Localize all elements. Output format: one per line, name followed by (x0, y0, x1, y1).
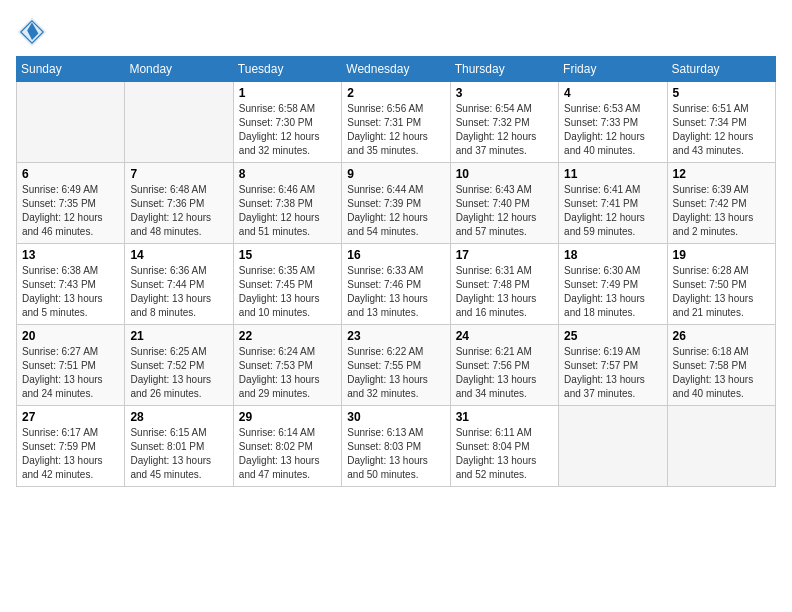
day-detail: Sunrise: 6:54 AM Sunset: 7:32 PM Dayligh… (456, 102, 553, 158)
day-detail: Sunrise: 6:49 AM Sunset: 7:35 PM Dayligh… (22, 183, 119, 239)
day-header-sunday: Sunday (17, 57, 125, 82)
calendar-cell: 23Sunrise: 6:22 AM Sunset: 7:55 PM Dayli… (342, 325, 450, 406)
calendar-cell: 16Sunrise: 6:33 AM Sunset: 7:46 PM Dayli… (342, 244, 450, 325)
calendar-cell: 7Sunrise: 6:48 AM Sunset: 7:36 PM Daylig… (125, 163, 233, 244)
day-number: 30 (347, 410, 444, 424)
day-number: 2 (347, 86, 444, 100)
day-number: 18 (564, 248, 661, 262)
day-number: 31 (456, 410, 553, 424)
calendar-cell: 10Sunrise: 6:43 AM Sunset: 7:40 PM Dayli… (450, 163, 558, 244)
calendar-cell: 26Sunrise: 6:18 AM Sunset: 7:58 PM Dayli… (667, 325, 775, 406)
day-number: 20 (22, 329, 119, 343)
calendar-cell: 21Sunrise: 6:25 AM Sunset: 7:52 PM Dayli… (125, 325, 233, 406)
day-number: 5 (673, 86, 770, 100)
day-number: 26 (673, 329, 770, 343)
day-detail: Sunrise: 6:43 AM Sunset: 7:40 PM Dayligh… (456, 183, 553, 239)
day-number: 8 (239, 167, 336, 181)
calendar-week-row: 20Sunrise: 6:27 AM Sunset: 7:51 PM Dayli… (17, 325, 776, 406)
day-detail: Sunrise: 6:18 AM Sunset: 7:58 PM Dayligh… (673, 345, 770, 401)
day-detail: Sunrise: 6:15 AM Sunset: 8:01 PM Dayligh… (130, 426, 227, 482)
day-detail: Sunrise: 6:25 AM Sunset: 7:52 PM Dayligh… (130, 345, 227, 401)
day-header-thursday: Thursday (450, 57, 558, 82)
calendar-cell: 14Sunrise: 6:36 AM Sunset: 7:44 PM Dayli… (125, 244, 233, 325)
day-detail: Sunrise: 6:13 AM Sunset: 8:03 PM Dayligh… (347, 426, 444, 482)
day-number: 10 (456, 167, 553, 181)
calendar-header-row: SundayMondayTuesdayWednesdayThursdayFrid… (17, 57, 776, 82)
calendar-cell: 18Sunrise: 6:30 AM Sunset: 7:49 PM Dayli… (559, 244, 667, 325)
day-header-wednesday: Wednesday (342, 57, 450, 82)
calendar-cell: 31Sunrise: 6:11 AM Sunset: 8:04 PM Dayli… (450, 406, 558, 487)
day-number: 12 (673, 167, 770, 181)
day-header-monday: Monday (125, 57, 233, 82)
day-detail: Sunrise: 6:22 AM Sunset: 7:55 PM Dayligh… (347, 345, 444, 401)
day-detail: Sunrise: 6:41 AM Sunset: 7:41 PM Dayligh… (564, 183, 661, 239)
day-number: 4 (564, 86, 661, 100)
day-detail: Sunrise: 6:11 AM Sunset: 8:04 PM Dayligh… (456, 426, 553, 482)
calendar-cell: 5Sunrise: 6:51 AM Sunset: 7:34 PM Daylig… (667, 82, 775, 163)
day-detail: Sunrise: 6:28 AM Sunset: 7:50 PM Dayligh… (673, 264, 770, 320)
calendar-cell: 22Sunrise: 6:24 AM Sunset: 7:53 PM Dayli… (233, 325, 341, 406)
day-number: 9 (347, 167, 444, 181)
day-detail: Sunrise: 6:46 AM Sunset: 7:38 PM Dayligh… (239, 183, 336, 239)
day-detail: Sunrise: 6:48 AM Sunset: 7:36 PM Dayligh… (130, 183, 227, 239)
day-header-saturday: Saturday (667, 57, 775, 82)
page-header (16, 16, 776, 48)
day-number: 29 (239, 410, 336, 424)
day-number: 21 (130, 329, 227, 343)
day-number: 23 (347, 329, 444, 343)
calendar-table: SundayMondayTuesdayWednesdayThursdayFrid… (16, 56, 776, 487)
calendar-cell: 12Sunrise: 6:39 AM Sunset: 7:42 PM Dayli… (667, 163, 775, 244)
day-header-tuesday: Tuesday (233, 57, 341, 82)
day-number: 24 (456, 329, 553, 343)
day-number: 22 (239, 329, 336, 343)
calendar-week-row: 27Sunrise: 6:17 AM Sunset: 7:59 PM Dayli… (17, 406, 776, 487)
calendar-cell: 29Sunrise: 6:14 AM Sunset: 8:02 PM Dayli… (233, 406, 341, 487)
calendar-cell: 27Sunrise: 6:17 AM Sunset: 7:59 PM Dayli… (17, 406, 125, 487)
calendar-cell: 24Sunrise: 6:21 AM Sunset: 7:56 PM Dayli… (450, 325, 558, 406)
day-number: 11 (564, 167, 661, 181)
calendar-cell: 15Sunrise: 6:35 AM Sunset: 7:45 PM Dayli… (233, 244, 341, 325)
day-number: 25 (564, 329, 661, 343)
day-detail: Sunrise: 6:17 AM Sunset: 7:59 PM Dayligh… (22, 426, 119, 482)
calendar-cell: 25Sunrise: 6:19 AM Sunset: 7:57 PM Dayli… (559, 325, 667, 406)
calendar-cell: 11Sunrise: 6:41 AM Sunset: 7:41 PM Dayli… (559, 163, 667, 244)
day-detail: Sunrise: 6:31 AM Sunset: 7:48 PM Dayligh… (456, 264, 553, 320)
day-detail: Sunrise: 6:58 AM Sunset: 7:30 PM Dayligh… (239, 102, 336, 158)
day-number: 1 (239, 86, 336, 100)
day-detail: Sunrise: 6:27 AM Sunset: 7:51 PM Dayligh… (22, 345, 119, 401)
day-number: 19 (673, 248, 770, 262)
day-detail: Sunrise: 6:24 AM Sunset: 7:53 PM Dayligh… (239, 345, 336, 401)
day-number: 7 (130, 167, 227, 181)
calendar-cell: 3Sunrise: 6:54 AM Sunset: 7:32 PM Daylig… (450, 82, 558, 163)
calendar-cell: 19Sunrise: 6:28 AM Sunset: 7:50 PM Dayli… (667, 244, 775, 325)
calendar-cell: 17Sunrise: 6:31 AM Sunset: 7:48 PM Dayli… (450, 244, 558, 325)
calendar-cell (125, 82, 233, 163)
day-number: 16 (347, 248, 444, 262)
calendar-cell (559, 406, 667, 487)
day-number: 27 (22, 410, 119, 424)
day-detail: Sunrise: 6:14 AM Sunset: 8:02 PM Dayligh… (239, 426, 336, 482)
calendar-week-row: 6Sunrise: 6:49 AM Sunset: 7:35 PM Daylig… (17, 163, 776, 244)
day-number: 15 (239, 248, 336, 262)
day-detail: Sunrise: 6:53 AM Sunset: 7:33 PM Dayligh… (564, 102, 661, 158)
calendar-cell: 20Sunrise: 6:27 AM Sunset: 7:51 PM Dayli… (17, 325, 125, 406)
day-detail: Sunrise: 6:56 AM Sunset: 7:31 PM Dayligh… (347, 102, 444, 158)
calendar-cell: 28Sunrise: 6:15 AM Sunset: 8:01 PM Dayli… (125, 406, 233, 487)
day-number: 14 (130, 248, 227, 262)
calendar-cell: 2Sunrise: 6:56 AM Sunset: 7:31 PM Daylig… (342, 82, 450, 163)
calendar-cell: 1Sunrise: 6:58 AM Sunset: 7:30 PM Daylig… (233, 82, 341, 163)
calendar-week-row: 1Sunrise: 6:58 AM Sunset: 7:30 PM Daylig… (17, 82, 776, 163)
calendar-cell: 6Sunrise: 6:49 AM Sunset: 7:35 PM Daylig… (17, 163, 125, 244)
day-detail: Sunrise: 6:36 AM Sunset: 7:44 PM Dayligh… (130, 264, 227, 320)
day-detail: Sunrise: 6:33 AM Sunset: 7:46 PM Dayligh… (347, 264, 444, 320)
calendar-cell: 9Sunrise: 6:44 AM Sunset: 7:39 PM Daylig… (342, 163, 450, 244)
day-detail: Sunrise: 6:19 AM Sunset: 7:57 PM Dayligh… (564, 345, 661, 401)
calendar-cell: 8Sunrise: 6:46 AM Sunset: 7:38 PM Daylig… (233, 163, 341, 244)
calendar-cell: 30Sunrise: 6:13 AM Sunset: 8:03 PM Dayli… (342, 406, 450, 487)
calendar-cell: 4Sunrise: 6:53 AM Sunset: 7:33 PM Daylig… (559, 82, 667, 163)
calendar-cell: 13Sunrise: 6:38 AM Sunset: 7:43 PM Dayli… (17, 244, 125, 325)
logo-icon (16, 16, 48, 48)
day-number: 3 (456, 86, 553, 100)
day-detail: Sunrise: 6:44 AM Sunset: 7:39 PM Dayligh… (347, 183, 444, 239)
logo (16, 16, 52, 48)
